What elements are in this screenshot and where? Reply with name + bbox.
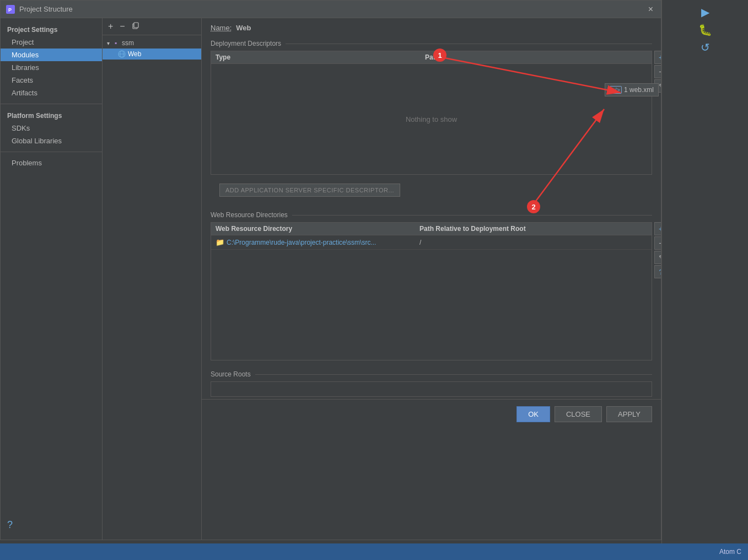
source-roots-label: Source Roots xyxy=(211,370,251,378)
close-icon[interactable]: × xyxy=(646,4,655,14)
name-label: Name: xyxy=(211,24,232,32)
web-resource-row: 📁 C:\Programme\rude-java\project-practic… xyxy=(211,235,652,250)
sidebar-item-problems-label: Problems xyxy=(12,159,42,167)
sidebar-item-global-libraries-label: Global Libraries xyxy=(12,137,62,145)
section-divider-2 xyxy=(292,215,652,216)
web-resource-dir-header: Web Resource Directory xyxy=(216,225,419,233)
name-value: Web xyxy=(236,24,251,32)
section-divider-1 xyxy=(286,44,652,44)
status-bar: Atom C xyxy=(0,543,748,560)
deployment-descriptors-container: Type Path Nothing to show + − ✎ xyxy=(211,51,652,175)
sidebar-item-project[interactable]: Project xyxy=(1,36,102,49)
sidebar-item-global-libraries[interactable]: Global Libraries xyxy=(1,134,102,147)
webxml-panel: </> 1 web.xml xyxy=(605,83,659,96)
chevron-down-icon: ▾ xyxy=(107,40,110,46)
sidebar-item-modules-label: Modules xyxy=(12,51,39,59)
ok-button[interactable]: OK xyxy=(516,406,550,422)
web-resource-dir-value: 📁 C:\Programme\rude-java\project-practic… xyxy=(216,238,419,246)
sidebar-item-facets-label: Facets xyxy=(12,76,33,84)
sidebar-divider xyxy=(1,104,102,104)
path-col-header: Path xyxy=(425,53,647,61)
web-resource-path-value: / xyxy=(419,239,647,246)
web-resource-header: Web Resource Directory Path Relative to … xyxy=(211,223,652,235)
ide-chrome-right: ▶ 🐛 ↺ xyxy=(661,0,748,543)
add-descriptor-btn[interactable]: ADD APPLICATION SERVER SPECIFIC DESCRIPT… xyxy=(219,184,400,197)
type-col-header: Type xyxy=(216,53,425,61)
dialog-title: Project Structure xyxy=(19,5,646,13)
web-resource-actions: + − ✎ ? xyxy=(654,222,661,278)
web-resource-dir-path: C:\Programme\rude-java\project-practice\… xyxy=(227,239,376,246)
sidebar-item-libraries[interactable]: Libraries xyxy=(1,61,102,74)
module-panel: + − ▾ ▪ ssm xyxy=(103,18,202,540)
svg-rect-3 xyxy=(134,23,138,28)
bottom-bar: OK CLOSE APPLY xyxy=(202,399,661,429)
rerun-icon[interactable]: ↺ xyxy=(701,41,710,54)
add-web-resource-button[interactable]: + xyxy=(654,222,661,235)
debug-icon[interactable]: 🐛 xyxy=(698,23,712,36)
project-settings-section-label: Project Settings xyxy=(1,23,102,36)
deployment-descriptors-body: Nothing to show xyxy=(211,64,652,174)
run-icon[interactable]: ▶ xyxy=(701,6,709,19)
sidebar-item-project-label: Project xyxy=(12,38,34,46)
close-button[interactable]: CLOSE xyxy=(555,406,602,422)
path-relative-header: Path Relative to Deployment Root xyxy=(419,225,647,233)
app-icon: P xyxy=(6,5,15,14)
web-resource-empty-area xyxy=(211,250,652,360)
web-resource-label: Web Resource Directories xyxy=(211,211,288,219)
sidebar-item-sdks[interactable]: SDKs xyxy=(1,122,102,134)
source-roots-table xyxy=(211,381,652,397)
web-resource-container: Web Resource Directory Path Relative to … xyxy=(211,222,652,360)
deployment-descriptors-table: Type Path Nothing to show xyxy=(211,51,652,175)
main-content: Project Settings Project Modules Librari… xyxy=(1,18,661,540)
edit-web-resource-button[interactable]: ✎ xyxy=(654,251,661,264)
remove-descriptor-button[interactable]: − xyxy=(654,65,661,78)
help-icon[interactable]: ? xyxy=(7,519,13,530)
annotation-badge-1: 1 xyxy=(433,49,446,62)
nothing-to-show-label: Nothing to show xyxy=(406,115,457,123)
sidebar-item-sdks-label: SDKs xyxy=(12,124,30,132)
webxml-label: 1 web.xml xyxy=(624,86,654,94)
folder-icon: ▪ xyxy=(112,39,120,47)
sidebar-help: ? xyxy=(1,515,102,535)
copy-module-button[interactable] xyxy=(130,20,142,33)
table-header: Type Path xyxy=(211,51,652,64)
add-descriptor-area: ADD APPLICATION SERVER SPECIFIC DESCRIPT… xyxy=(211,179,652,201)
project-structure-dialog: P Project Structure × Project Settings P… xyxy=(0,0,661,540)
tree-item-ssm-label: ssm xyxy=(122,39,134,47)
remove-module-button[interactable]: − xyxy=(117,20,127,33)
tree-item-web[interactable]: Web xyxy=(103,49,201,60)
web-icon xyxy=(118,50,126,58)
deployment-descriptors-section: Deployment Descriptors xyxy=(202,36,661,49)
status-bar-right: Atom C xyxy=(719,548,741,556)
section-divider-3 xyxy=(255,374,652,375)
source-roots-section-header: Source Roots xyxy=(202,367,661,379)
web-resource-table: Web Resource Directory Path Relative to … xyxy=(211,222,652,360)
name-row: Name: Web xyxy=(202,18,661,36)
webxml-icon: </> xyxy=(610,86,622,94)
help-web-resource-button[interactable]: ? xyxy=(654,265,661,278)
sidebar-item-modules[interactable]: Modules xyxy=(1,49,102,61)
web-resource-section-header: Web Resource Directories xyxy=(202,208,661,220)
deployment-descriptors-label: Deployment Descriptors xyxy=(211,40,281,47)
apply-button[interactable]: APPLY xyxy=(606,406,652,422)
sidebar-divider-2 xyxy=(1,152,102,152)
platform-settings-section-label: Platform Settings xyxy=(1,109,102,122)
sidebar: Project Settings Project Modules Librari… xyxy=(1,18,103,540)
add-module-button[interactable]: + xyxy=(106,20,115,33)
sidebar-item-problems[interactable]: Problems xyxy=(1,157,102,169)
remove-web-resource-button[interactable]: − xyxy=(654,236,661,250)
tree-item-web-label: Web xyxy=(128,50,141,58)
title-bar: P Project Structure × xyxy=(1,1,661,18)
add-descriptor-button[interactable]: + xyxy=(654,51,661,64)
annotation-badge-2: 2 xyxy=(527,200,540,213)
sidebar-item-facets[interactable]: Facets xyxy=(1,74,102,87)
tree-item-ssm[interactable]: ▾ ▪ ssm xyxy=(103,37,201,49)
module-tree: ▾ ▪ ssm Web xyxy=(103,35,201,540)
content-area: Name: Web Deployment Descriptors Type Pa… xyxy=(202,18,661,540)
module-toolbar: + − xyxy=(103,18,201,35)
sidebar-item-artifacts-label: Artifacts xyxy=(12,89,37,97)
sidebar-item-artifacts[interactable]: Artifacts xyxy=(1,87,102,99)
sidebar-item-libraries-label: Libraries xyxy=(12,63,39,72)
svg-text:P: P xyxy=(8,7,12,13)
folder-blue-icon: 📁 xyxy=(216,238,224,246)
